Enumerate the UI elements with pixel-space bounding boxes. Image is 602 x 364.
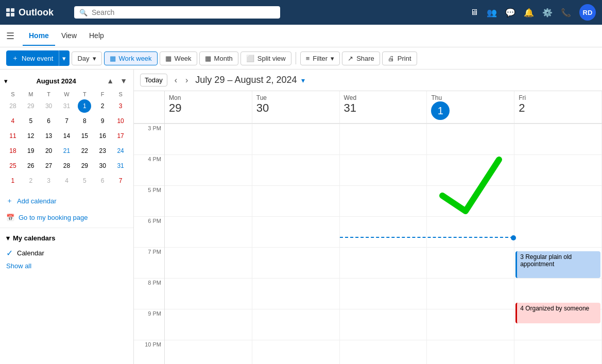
mini-cal-day[interactable]: 1 [6,174,20,187]
mini-cal-day[interactable]: 4 [60,174,73,187]
thu-8pm[interactable] [427,278,514,309]
mon-7pm[interactable] [165,247,252,278]
mini-cal-collapse[interactable]: ▾ [4,77,8,85]
tue-7pm[interactable] [252,247,339,278]
day-button[interactable]: Day ▾ [72,51,101,65]
mini-cal-day[interactable]: 2 [96,99,109,113]
fri-3pm[interactable] [514,124,601,154]
mini-cal-day[interactable]: 31 [114,159,127,172]
split-view-button[interactable]: ⬜ Split view [240,51,291,65]
thu-7pm[interactable] [427,247,514,278]
mini-cal-day[interactable]: 17 [114,129,127,143]
mini-cal-day[interactable]: 30 [96,159,109,172]
week-button[interactable]: ▦ Week [160,51,197,65]
mini-cal-day[interactable]: 30 [42,99,56,113]
mini-cal-day[interactable]: 6 [42,114,56,128]
mini-cal-next[interactable]: ▼ [118,76,129,86]
tue-4pm[interactable] [252,154,339,185]
mon-4pm[interactable] [165,154,252,185]
people-icon[interactable]: 👥 [487,8,497,18]
mini-cal-day[interactable]: 27 [42,159,56,172]
mini-cal-day[interactable]: 6 [96,174,109,187]
mini-cal-day[interactable]: 13 [42,129,56,143]
thu-6pm[interactable] [427,216,514,247]
mini-cal-day[interactable]: 2 [24,174,38,187]
print-button[interactable]: 🖨 Print [382,51,417,65]
mini-cal-day[interactable]: 29 [78,159,91,172]
fri-10pm[interactable] [514,340,601,364]
mini-cal-title[interactable]: August 2024 [36,77,76,85]
tue-6pm[interactable] [252,216,339,247]
mini-cal-day[interactable]: 20 [42,144,56,158]
cal-next-button[interactable]: › [182,75,191,86]
mini-cal-day[interactable]: 3 [114,99,127,113]
thu-9pm[interactable] [427,309,514,340]
avatar[interactable]: RD [579,4,596,21]
mini-cal-day[interactable]: 5 [24,114,38,128]
mini-cal-day[interactable]: 28 [60,159,73,172]
settings-icon[interactable]: ⚙️ [542,8,553,18]
col-wed[interactable] [340,124,427,364]
work-week-button[interactable]: ▦ Work week [104,51,158,65]
show-all-button[interactable]: Show all [0,260,133,272]
new-event-dropdown[interactable]: ▾ [59,50,70,66]
mini-cal-day[interactable]: 4 [6,114,20,128]
fri-4pm[interactable] [514,154,601,185]
calendar-check-icon[interactable]: ✓ [6,248,13,258]
fri-6pm[interactable] [514,216,601,247]
mini-cal-day[interactable]: 28 [6,99,20,113]
tue-3pm[interactable] [252,124,339,154]
phone-icon[interactable]: 📞 [561,8,571,18]
mon-5pm[interactable] [165,185,252,216]
today-button[interactable]: Today [140,74,167,86]
thu-4pm[interactable] [427,154,514,185]
mini-cal-day[interactable]: 7 [114,174,127,187]
month-button[interactable]: ▦ Month [199,51,238,65]
my-calendars-header[interactable]: ▾ My calendars [6,234,127,242]
tab-home[interactable]: Home [23,26,55,46]
mon-6pm[interactable] [165,216,252,247]
mini-cal-day[interactable]: 22 [78,144,91,158]
mon-10pm[interactable] [165,340,252,364]
mon-9pm[interactable] [165,309,252,340]
mon-8pm[interactable] [165,278,252,309]
add-calendar-action[interactable]: ＋ Add calendar [0,192,133,210]
mini-cal-day[interactable]: 15 [78,129,91,143]
chat-icon[interactable]: 💬 [505,8,515,18]
filter-button[interactable]: ≡ Filter ▾ [300,51,340,65]
mini-cal-day[interactable]: 3 [42,174,56,187]
search-bar[interactable]: 🔍 [74,6,280,19]
wed-8pm[interactable] [340,278,427,309]
mini-cal-day[interactable]: 18 [6,144,20,158]
organized-event[interactable]: 4 Organized by someone [515,303,600,323]
mini-cal-day[interactable]: 10 [114,114,127,128]
cal-title[interactable]: July 29 – August 2, 2024 ▾ [195,75,304,85]
mini-cal-today[interactable]: 1 [78,99,91,113]
wed-4pm[interactable] [340,154,427,185]
tue-9pm[interactable] [252,309,339,340]
mini-cal-day[interactable]: 29 [24,99,38,113]
appointment-event[interactable]: 3 Regular plain old appointment [515,251,600,278]
hamburger-icon[interactable]: ☰ [6,30,14,42]
thu-10pm[interactable] [427,340,514,364]
mini-cal-day[interactable]: 31 [60,99,73,113]
mini-cal-day[interactable]: 9 [96,114,109,128]
mini-cal-day[interactable]: 21 [60,144,73,158]
share-button[interactable]: ↗ Share [342,51,380,65]
col-mon[interactable] [165,124,252,364]
tab-view[interactable]: View [55,26,83,46]
mini-cal-day[interactable]: 16 [96,129,109,143]
mini-cal-day[interactable]: 8 [78,114,91,128]
wed-5pm[interactable] [340,185,427,216]
thu-3pm[interactable] [427,124,514,154]
cal-prev-button[interactable]: ‹ [171,75,180,86]
mini-cal-day[interactable]: 12 [24,129,38,143]
mini-cal-day[interactable]: 11 [6,129,20,143]
wed-7pm[interactable] [340,247,427,278]
mini-cal-day[interactable]: 19 [24,144,38,158]
mini-cal-day[interactable]: 23 [96,144,109,158]
search-input[interactable] [92,8,275,16]
wed-6pm[interactable] [340,216,427,247]
mini-cal-day[interactable]: 26 [24,159,38,172]
tue-5pm[interactable] [252,185,339,216]
